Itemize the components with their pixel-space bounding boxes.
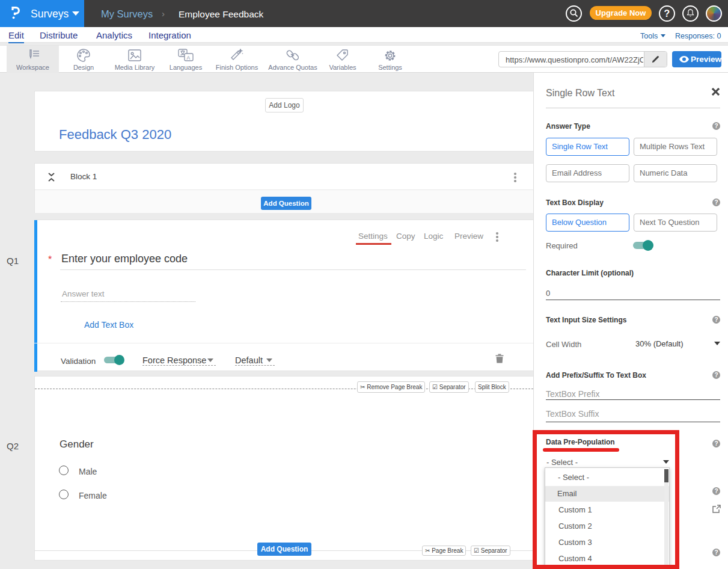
svg-text:A: A (187, 55, 191, 61)
